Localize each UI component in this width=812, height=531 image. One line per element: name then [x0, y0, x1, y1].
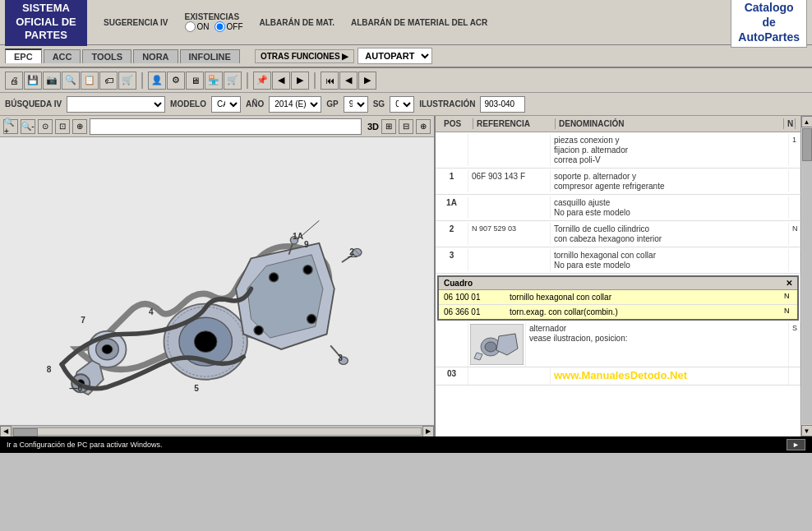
- scroll-track[interactable]: [12, 427, 422, 436]
- vsb-up-button[interactable]: ▲: [801, 116, 813, 127]
- radio-off[interactable]: OFF: [215, 21, 243, 32]
- modelo-select[interactable]: CA: [211, 96, 241, 113]
- table-row[interactable]: 1 06F 903 143 F soporte p. alternador y …: [436, 169, 800, 195]
- logo-line3: PARTES: [12, 29, 81, 43]
- zoom-out-button[interactable]: 🔍-: [21, 119, 35, 134]
- print-button[interactable]: 🖨: [5, 72, 23, 90]
- parts-list: piezas conexion y fijacion p. alternador…: [436, 132, 800, 436]
- den-line1: Tornillo de cuello cilindrico: [554, 224, 649, 233]
- scroll-thumb[interactable]: [13, 428, 38, 436]
- shop-button[interactable]: 🏪: [205, 72, 223, 90]
- zoom-reset-button[interactable]: ⊙: [38, 119, 53, 134]
- cart-button[interactable]: 🛒: [118, 72, 136, 90]
- filter-row: BÚSQUEDA IV MODELO CA AÑO 2014 (E) GP 9 …: [0, 93, 812, 116]
- den-line1: piezas conexion y: [554, 136, 620, 145]
- next-button[interactable]: ▶: [291, 72, 309, 90]
- scroll-right-button[interactable]: ▶: [422, 426, 434, 437]
- save-button[interactable]: 💾: [24, 72, 42, 90]
- diagram-svg: 1A 2 3 4 5 —6 7 8 9: [16, 137, 418, 425]
- logo-line1: SISTEMA: [12, 2, 81, 16]
- col-header-ref: REFERENCIA: [473, 118, 556, 129]
- toolbar-sep-3: [314, 72, 316, 89]
- den-line2: compresor agente refrigerante: [554, 182, 665, 191]
- pos-cell: [436, 322, 468, 367]
- vsb-thumb[interactable]: [802, 128, 812, 161]
- tab-tools[interactable]: TOOLS: [82, 49, 131, 63]
- tag-button[interactable]: 🏷: [99, 72, 118, 90]
- cuadro-close-button[interactable]: ✕: [786, 279, 792, 288]
- cuadro-title: Cuadro: [444, 279, 473, 288]
- den-line1: tornillo hexagonal con collar: [554, 251, 656, 260]
- radio-off-input[interactable]: [215, 21, 225, 32]
- camera-button[interactable]: 📷: [43, 72, 61, 90]
- den-line1: alternador: [529, 324, 566, 333]
- diagram-hscrollbar[interactable]: ◀ ▶: [0, 425, 434, 436]
- table-row[interactable]: piezas conexion y fijacion p. alternador…: [436, 132, 800, 169]
- svg-point-5: [270, 273, 279, 282]
- monitor-button[interactable]: 🖥: [186, 72, 204, 90]
- extra-cell: [789, 170, 800, 192]
- cuadro-row[interactable]: 06 366 01 torn.exag. con collar(combin.)…: [439, 305, 797, 319]
- den-line2: vease ilustracion, posicion:: [529, 334, 628, 343]
- table-row[interactable]: 03 www.ManualesDetodo.Net: [436, 367, 800, 386]
- parts-panel-wrapper: POS REFERENCIA DENOMINACIÓN N piezas con…: [436, 116, 812, 436]
- parts-vscrollbar[interactable]: ▲ ▼: [800, 116, 812, 436]
- toolbar-sep-1: [141, 72, 143, 89]
- win-banner-text: Ir a Configuración de PC para activar Wi…: [7, 441, 163, 449]
- parts-table-header: POS REFERENCIA DENOMINACIÓN N: [436, 116, 800, 132]
- search-row: 🔍+ 🔍- ⊙ ⊡ ⊕ 3D ⊞ ⊟ ⊕: [0, 116, 434, 137]
- label-9: 9: [304, 240, 309, 249]
- autopart-select[interactable]: AUTOPART: [358, 48, 432, 64]
- zoom-fit-button[interactable]: ⊡: [55, 119, 70, 134]
- 3d-btn1[interactable]: ⊞: [381, 119, 396, 134]
- win-banner-button[interactable]: ►: [787, 439, 805, 450]
- gp-select[interactable]: 9: [344, 96, 368, 113]
- prev2-button[interactable]: ◀: [339, 72, 358, 90]
- existencias-label: EXISTENCIAS: [185, 12, 240, 21]
- bookmark-button[interactable]: 📌: [253, 72, 271, 90]
- table-row[interactable]: alternador vease ilustracion, posicion: …: [436, 322, 800, 367]
- svg-point-3: [194, 331, 217, 353]
- next2-button[interactable]: ▶: [358, 72, 376, 90]
- col-header-den: DENOMINACIÓN: [556, 118, 784, 129]
- ano-select[interactable]: 2014 (E): [269, 96, 321, 113]
- diagram-panel: 🔍+ 🔍- ⊙ ⊡ ⊕ 3D ⊞ ⊟ ⊕: [0, 116, 436, 436]
- tab-epc[interactable]: EPC: [5, 48, 42, 63]
- radio-on[interactable]: ON: [185, 21, 210, 32]
- ref-cell: [468, 249, 551, 271]
- scroll-left-button[interactable]: ◀: [0, 426, 12, 437]
- 3d-btn3[interactable]: ⊕: [416, 119, 431, 134]
- vsb-track[interactable]: [802, 128, 812, 424]
- first-button[interactable]: ⏮: [321, 72, 339, 90]
- radio-on-input[interactable]: [185, 21, 196, 32]
- view-3d-label: 3D: [367, 122, 379, 132]
- ilustracion-input[interactable]: [480, 96, 525, 113]
- busqueda-select[interactable]: [67, 96, 165, 113]
- pos-cell: 1: [436, 170, 468, 192]
- table-row[interactable]: 1A casquillo ajuste No para este modelo: [436, 195, 800, 221]
- zoom-in-button[interactable]: 🔍+: [3, 119, 18, 134]
- person-button[interactable]: 👤: [148, 72, 166, 90]
- tab-infoline[interactable]: INFOLINE: [180, 49, 240, 63]
- den-cell: alternador vease ilustracion, posicion:: [526, 322, 789, 367]
- den-cell: tornillo hexagonal con collar No para es…: [551, 249, 789, 271]
- cuadro-row[interactable]: 06 100 01 tornillo hexagonal con collar …: [439, 290, 797, 305]
- settings-button[interactable]: ⚙: [167, 72, 185, 90]
- search-button[interactable]: 🔍: [62, 72, 80, 90]
- clipboard-button[interactable]: 📋: [81, 72, 99, 90]
- crosshair-button[interactable]: ⊕: [72, 119, 87, 134]
- table-row[interactable]: 2 N 907 529 03 Tornillo de cuello cilind…: [436, 221, 800, 247]
- table-row[interactable]: 3 tornillo hexagonal con collar No para …: [436, 247, 800, 274]
- tab-acc[interactable]: ACC: [44, 49, 81, 63]
- vsb-down-button[interactable]: ▼: [801, 425, 813, 436]
- extra-cell: [789, 196, 800, 219]
- content-area: 🔍+ 🔍- ⊙ ⊡ ⊕ 3D ⊞ ⊟ ⊕: [0, 116, 812, 436]
- search-input[interactable]: [90, 118, 362, 135]
- sg-select[interactable]: 03: [390, 96, 414, 113]
- 3d-btn2[interactable]: ⊟: [399, 119, 413, 134]
- parts-panel: POS REFERENCIA DENOMINACIÓN N piezas con…: [436, 116, 812, 436]
- prev-button[interactable]: ◀: [272, 72, 290, 90]
- tab-nora[interactable]: NORA: [133, 49, 178, 63]
- pos-cell: 2: [436, 223, 468, 245]
- cart2-button[interactable]: 🛒: [224, 72, 242, 90]
